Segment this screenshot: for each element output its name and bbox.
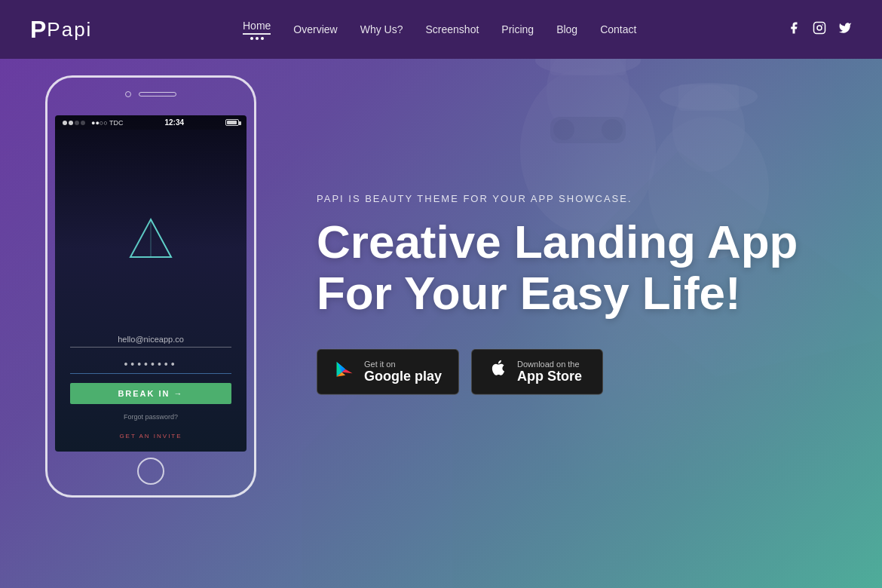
app-store-large: App Store [517,369,582,384]
dot-3 [261,37,264,40]
app-store-text: Download on the App Store [517,360,582,384]
phone-status-bar: ●●○○ TDC 12:34 [55,115,247,130]
nav-social [787,21,852,38]
signal-dot-1 [63,121,67,125]
dot-2 [256,37,259,40]
google-play-text: Get it on Google play [364,360,442,384]
phone-app-content: hello@niceapp.co •••••••• BREAK IN → For… [55,130,247,452]
hero-content: PAPI IS BEAUTY THEME FOR YOUR APP SHOWCA… [317,193,798,395]
signal-dot-4 [81,121,85,125]
nav-screenshot[interactable]: Screenshot [426,23,479,35]
logo-p-letter: P [30,16,47,44]
phone-screen: ●●○○ TDC 12:34 hello@ [55,115,247,452]
app-store-small: Download on the [517,360,582,369]
nav-blog[interactable]: Blog [556,23,577,35]
facebook-icon[interactable] [787,21,801,38]
app-store-button[interactable]: Download on the App Store [471,349,603,395]
email-display: hello@niceapp.co [70,335,231,348]
app-break-in-button[interactable]: BREAK IN → [70,383,231,404]
phone-speaker-bar [139,92,176,96]
instagram-icon[interactable] [813,21,826,38]
hero-title: Creative Landing App For Your Easy Life! [317,216,798,319]
phone-top-elements [125,91,176,97]
carrier-label: ●●○○ TDC [91,119,124,127]
password-display: •••••••• [70,358,231,374]
app-logo-area [124,145,177,335]
google-play-small: Get it on [364,360,442,369]
hero-subtitle: PAPI IS BEAUTY THEME FOR YOUR APP SHOWCA… [317,193,798,204]
battery-icon [225,119,239,126]
hero-cta-buttons: Get it on Google play Download on the Ap… [317,349,798,395]
google-play-icon [334,359,355,385]
navigation: P Papi Home Overview Why Us? Screenshot … [0,0,882,59]
hero-section: P Papi Home Overview Why Us? Screenshot … [0,0,882,588]
google-play-large: Google play [364,369,442,384]
app-triangle-icon [124,213,177,266]
phone-mockup: ●●○○ TDC 12:34 hello@ [45,75,256,498]
signal-dot-3 [75,121,79,125]
nav-pricing[interactable]: Pricing [501,23,534,35]
phone-camera [125,91,131,97]
phone-time: 12:34 [165,118,185,127]
hero-title-line1: Creative Landing App [317,216,798,268]
app-get-invite[interactable]: GET AN INVITE [119,433,182,444]
play-triangle-icon [334,359,355,380]
svg-line-17 [151,219,171,257]
twitter-icon[interactable] [838,21,852,38]
logo-text: Papi [47,18,92,41]
svg-point-15 [822,24,823,26]
nav-contact[interactable]: Contact [600,23,636,35]
nav-whyus[interactable]: Why Us? [360,23,403,35]
apple-icon [488,359,508,385]
signal-dot-2 [69,121,73,125]
nav-home-item: Home [243,20,271,40]
phone-home-button[interactable] [137,458,164,485]
svg-rect-13 [814,22,825,33]
nav-home[interactable]: Home [243,20,271,35]
hero-title-line2: For Your Easy Life! [317,267,741,319]
phone-outer: ●●○○ TDC 12:34 hello@ [45,75,256,498]
app-login-form: hello@niceapp.co •••••••• BREAK IN → For… [70,335,231,421]
nav-links: Home Overview Why Us? Screenshot Pricing… [243,20,636,40]
google-play-button[interactable]: Get it on Google play [317,349,459,395]
dot-1 [250,37,253,40]
home-dots [250,37,264,40]
site-logo[interactable]: P Papi [30,16,92,44]
svg-point-14 [817,26,822,30]
signal-dots [63,121,85,125]
app-forgot-text: Forgot password? [70,413,231,421]
nav-overview[interactable]: Overview [293,23,337,35]
apple-logo-icon [488,359,508,380]
